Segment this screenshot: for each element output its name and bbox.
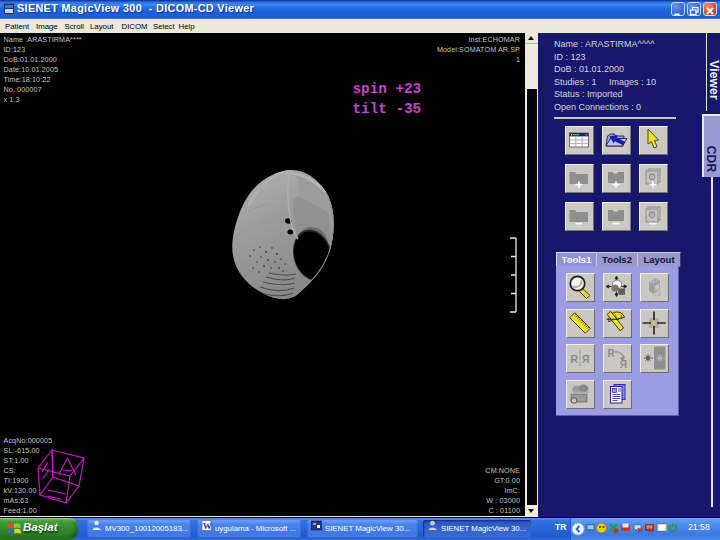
svg-text:R: R: [608, 348, 616, 359]
svg-text:W: W: [203, 521, 212, 531]
svg-text:R: R: [571, 353, 579, 365]
svg-text:R: R: [582, 353, 590, 365]
